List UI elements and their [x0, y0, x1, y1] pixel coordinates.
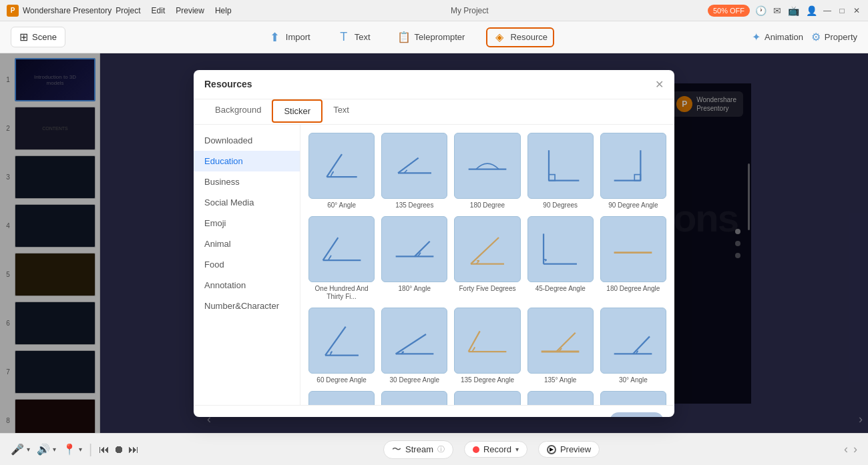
toolbar-import[interactable]: ⬆ Import [263, 28, 316, 47]
sidebar-education[interactable]: Education [194, 151, 300, 171]
record-dropdown-icon[interactable]: ▾ [515, 446, 519, 453]
main-area: 1 Introduction to 3Dmodels 2 CONTENTS 3 … [0, 53, 868, 433]
sidebar-number-char[interactable]: Number&Character [194, 296, 300, 316]
sticker-label-1: 135 Degrees [395, 201, 433, 209]
modal-sticker-grid-container: 60° Angle 135 Degrees 180 [300, 125, 674, 405]
property-label: Property [825, 32, 857, 42]
sidebar-business[interactable]: Business [194, 171, 300, 192]
svg-rect-7 [549, 175, 555, 181]
volume-control[interactable]: 🔊 ▾ [37, 443, 56, 456]
scene-button[interactable]: ⊞ Scene [11, 27, 65, 47]
sticker-30-angle[interactable]: 30° Angle [600, 308, 666, 384]
toolbar-animation[interactable]: ✦ Animation [752, 31, 803, 43]
stream-button[interactable]: 〜 Stream ⓘ [383, 440, 453, 459]
nav-project[interactable]: Project [116, 6, 140, 15]
mic-icon: 🎤 [11, 443, 24, 456]
sticker-45-deg-angle2[interactable]: Forty-Five Degree Angle [454, 391, 520, 404]
sticker-180-deg-angle[interactable]: 180 Degree Angle [600, 216, 666, 301]
volume-dropdown[interactable]: ▾ [53, 446, 56, 453]
sticker-thumb-30-angle [600, 308, 666, 374]
cast-icon[interactable]: 📺 [788, 5, 799, 16]
sticker-thumb-right: 90° [308, 391, 375, 404]
sidebar-social-media[interactable]: Social Media [194, 192, 300, 213]
sticker-60-deg-angle2[interactable]: Sixty Degree Angle [600, 391, 666, 404]
apply-button[interactable]: Apply [610, 412, 664, 417]
tab-sticker[interactable]: Sticker [272, 99, 322, 123]
toolbar: ⊞ Scene ⬆ Import T Text 📋 Teleprompter ◈… [0, 21, 868, 53]
sticker-label-12: 135 Degree Angle [461, 376, 514, 384]
sidebar-downloaded[interactable]: Downloaded [194, 130, 300, 151]
bottom-left-controls: 🎤 ▾ 🔊 ▾ 📍 ▾ | ⏮ ⏺ ⏭ [11, 442, 139, 457]
svg-rect-10 [635, 175, 641, 181]
location-dropdown[interactable]: ▾ [79, 446, 82, 453]
prev-icon[interactable]: ⏮ [99, 444, 110, 456]
toolbar-property[interactable]: ⚙ Property [811, 31, 857, 43]
sticker-90-degree-angle[interactable]: 90 Degree Angle [600, 133, 666, 209]
teleprompter-icon: 📋 [397, 31, 411, 44]
toolbar-resource[interactable]: ◈ Resource [486, 27, 554, 47]
tab-text[interactable]: Text [322, 99, 360, 125]
mic-dropdown[interactable]: ▾ [27, 446, 30, 453]
titlebar-icons: 🕐 ✉ 📺 👤 [755, 5, 817, 16]
sticker-180-degree[interactable]: 180 Degree [454, 133, 520, 209]
minimize-button[interactable]: — [823, 6, 832, 15]
sticker-135-degree-angle[interactable]: 135 Degree Angle [454, 308, 520, 384]
sticker-label-5: One Hundred And Thirty Fi... [308, 285, 375, 301]
next-icon[interactable]: ⏭ [128, 444, 139, 456]
sticker-one-hundred-thirty[interactable]: One Hundred And Thirty Fi... [308, 216, 375, 301]
app-name: Wondershare Presentory [23, 6, 112, 15]
toolbar-teleprompter[interactable]: 📋 Teleprompter [392, 28, 471, 47]
animation-icon: ✦ [752, 31, 761, 43]
sticker-60-angle[interactable]: 60° Angle [308, 133, 375, 209]
sticker-30-deg-angle2[interactable]: Thirty Degree Angle [527, 391, 594, 404]
modal-tabs: Background Sticker Text [194, 99, 674, 125]
sticker-135-angle[interactable]: 135° Angle [527, 308, 594, 384]
play-icon[interactable]: ⏺ [114, 444, 124, 456]
modal-close-button[interactable]: ✕ [655, 78, 664, 91]
preview-button[interactable]: ▶ Preview [538, 441, 600, 458]
sticker-135-degrees[interactable]: 135 Degrees [381, 133, 447, 209]
titlebar-left: P Wondershare Presentory Project Edit Pr… [7, 5, 232, 17]
bottom-center-controls: 〜 Stream ⓘ Record ▾ ▶ Preview [383, 440, 600, 459]
sticker-right-angle[interactable]: 90° Right Angle [308, 391, 375, 404]
sticker-180-angle[interactable]: 180° Angle [381, 216, 447, 301]
nav-prev-slide[interactable]: ‹ [844, 442, 848, 456]
sidebar-annotation[interactable]: Annotation [194, 275, 300, 296]
sticker-label-13: 135° Angle [544, 376, 577, 384]
sticker-90-degrees[interactable]: 90 Degrees [527, 133, 594, 209]
sticker-45-degrees[interactable]: Forty Five Degrees [454, 216, 520, 301]
location-icon: 📍 [63, 443, 76, 456]
toolbar-text[interactable]: T Text [332, 28, 376, 47]
sidebar-animal[interactable]: Animal [194, 234, 300, 254]
sidebar-food[interactable]: Food [194, 254, 300, 275]
sticker-flat-angle[interactable]: Flat Angle [381, 391, 447, 404]
sticker-thumb-135 [381, 133, 447, 199]
nav-edit[interactable]: Edit [152, 6, 166, 15]
clock-icon[interactable]: 🕐 [755, 5, 767, 16]
btn-50off[interactable]: 50% OFF [708, 5, 750, 17]
bottom-bar: 🎤 ▾ 🔊 ▾ 📍 ▾ | ⏮ ⏺ ⏭ 〜 Stream ⓘ Record ▾ [0, 433, 868, 465]
maximize-button[interactable]: □ [837, 6, 847, 15]
nav-preview[interactable]: Preview [176, 6, 204, 15]
sticker-thumb-60-deg [308, 308, 375, 374]
message-icon[interactable]: ✉ [773, 5, 781, 16]
sticker-60-degree-angle[interactable]: 60 Degree Angle [308, 308, 375, 384]
mic-control[interactable]: 🎤 ▾ [11, 443, 30, 456]
record-button[interactable]: Record ▾ [464, 441, 527, 458]
sticker-30-degree-angle[interactable]: 30 Degree Angle [381, 308, 447, 384]
location-control[interactable]: 📍 ▾ [63, 443, 82, 456]
sticker-label-11: 30 Degree Angle [390, 376, 440, 384]
close-button[interactable]: ✕ [852, 6, 861, 15]
nav-next-slide[interactable]: › [853, 442, 857, 456]
nav-help[interactable]: Help [215, 6, 232, 15]
user-icon[interactable]: 👤 [806, 5, 817, 16]
svg-line-16 [471, 238, 499, 264]
sidebar-emoji[interactable]: Emoji [194, 213, 300, 234]
modal-title: Resources [204, 79, 252, 89]
record-icon [473, 446, 479, 453]
volume-icon: 🔊 [37, 443, 50, 456]
titlebar-nav: Project Edit Preview Help [116, 6, 231, 15]
sticker-45-deg-angle[interactable]: 45-Degree Angle [527, 216, 594, 301]
tab-background[interactable]: Background [204, 99, 272, 125]
sticker-thumb-180-angle [381, 216, 447, 282]
